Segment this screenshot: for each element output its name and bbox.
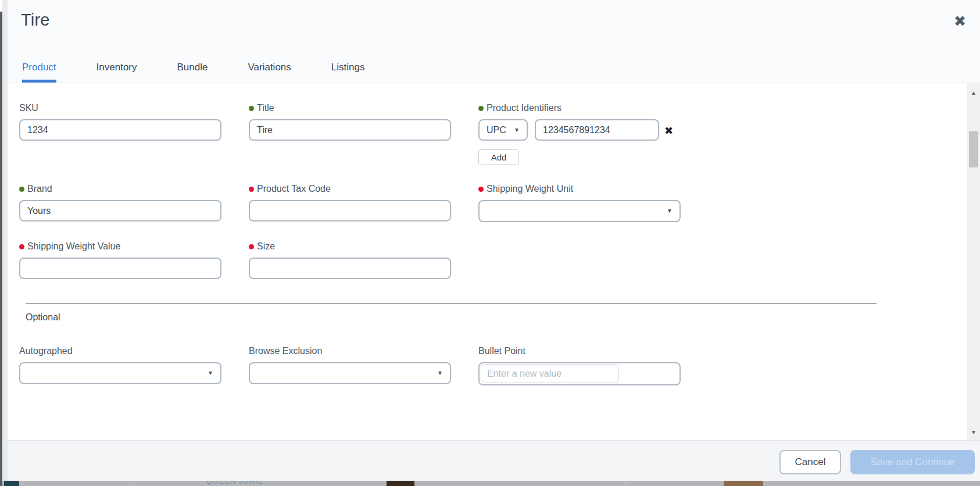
optional-section-label: Optional <box>26 312 60 323</box>
required-dot-icon <box>249 244 254 249</box>
identifier-type-select[interactable]: UPC ▼ <box>478 119 528 141</box>
scroll-up-icon[interactable]: ▲ <box>967 88 980 98</box>
tab-listings[interactable]: Listings <box>331 62 365 80</box>
field-sku: SKU <box>19 102 221 141</box>
shipping-weight-unit-label: Shipping Weight Unit <box>478 183 681 195</box>
modal-title: Tire <box>21 10 50 30</box>
autographed-select[interactable]: ▼ <box>19 362 221 384</box>
brand-input[interactable] <box>19 200 221 221</box>
shipping-weight-value-input[interactable] <box>19 258 221 279</box>
cancel-button[interactable]: Cancel <box>779 450 841 474</box>
field-product-identifiers: Product Identifiers UPC ▼ ✖ Add <box>478 102 688 141</box>
field-brand: Brand <box>19 183 221 221</box>
remove-identifier-icon[interactable]: ✖ <box>664 126 673 136</box>
bullet-point-input[interactable] <box>481 364 619 383</box>
background-column-divider <box>134 481 134 486</box>
browse-exclusion-select[interactable]: ▼ <box>249 362 451 384</box>
modal-header: Tire ✖ Product Inventory Bundle Variatio… <box>8 0 980 83</box>
background-row-text: QUEEN JUNIE <box>206 481 263 485</box>
tab-variations[interactable]: Variations <box>248 62 291 80</box>
recommended-dot-icon <box>19 187 24 192</box>
required-dot-icon <box>249 187 254 192</box>
identifier-value-input[interactable] <box>535 119 659 141</box>
section-divider <box>26 303 877 303</box>
size-label: Size <box>249 241 451 252</box>
chevron-down-icon: ▼ <box>667 208 673 214</box>
product-tax-code-label: Product Tax Code <box>249 183 451 195</box>
modal-footer: Cancel Save and Continue <box>8 440 980 481</box>
browse-exclusion-label: Browse Exclusion <box>249 345 451 357</box>
field-browse-exclusion: Browse Exclusion ▼ <box>249 345 451 384</box>
tab-inventory[interactable]: Inventory <box>96 62 137 80</box>
field-autographed: Autographed ▼ <box>19 345 221 384</box>
recommended-dot-icon <box>249 106 254 111</box>
title-input[interactable] <box>249 119 451 141</box>
autographed-label: Autographed <box>19 345 221 357</box>
vertical-scrollbar[interactable]: ▲ ▼ <box>967 83 980 440</box>
field-shipping-weight-value: Shipping Weight Value <box>19 241 221 279</box>
modal-scroll-area: SKU Title Product Identifiers UPC <box>8 83 980 440</box>
add-identifier-button[interactable]: Add <box>478 149 519 165</box>
product-edit-modal: Tire ✖ Product Inventory Bundle Variatio… <box>8 0 980 481</box>
size-input[interactable] <box>249 258 451 279</box>
shipping-weight-value-label: Shipping Weight Value <box>19 241 221 252</box>
save-and-continue-button[interactable]: Save and Continue <box>850 450 975 474</box>
tab-bundle[interactable]: Bundle <box>177 62 208 80</box>
chevron-down-icon: ▼ <box>208 370 213 376</box>
scrollbar-thumb[interactable] <box>969 131 978 167</box>
close-icon[interactable]: ✖ <box>954 14 966 28</box>
field-size: Size <box>249 241 451 279</box>
recommended-dot-icon <box>478 106 484 111</box>
tab-bar: Product Inventory Bundle Variations List… <box>22 62 364 80</box>
background-page-sliver: QUEEN JUNIE <box>2 481 980 486</box>
brand-label: Brand <box>19 183 221 195</box>
background-product-thumbnail <box>724 481 763 486</box>
background-product-thumbnail <box>387 481 414 486</box>
field-bullet-point: Bullet Point <box>478 345 681 385</box>
field-shipping-weight-unit: Shipping Weight Unit ▼ <box>478 183 681 222</box>
shipping-weight-unit-select[interactable]: ▼ <box>478 200 681 222</box>
required-dot-icon <box>478 187 484 192</box>
field-product-tax-code: Product Tax Code <box>249 183 451 221</box>
field-title: Title <box>249 102 451 141</box>
identifier-type-value: UPC <box>487 125 506 135</box>
scroll-down-icon[interactable]: ▼ <box>967 427 980 438</box>
product-identifiers-label: Product Identifiers <box>478 102 688 114</box>
required-dot-icon <box>19 244 24 249</box>
backdrop-gutter <box>2 0 8 486</box>
background-page-block <box>4 481 19 486</box>
title-label: Title <box>249 102 451 114</box>
bullet-point-tag-container <box>478 362 681 385</box>
tab-product[interactable]: Product <box>22 62 56 80</box>
product-tax-code-input[interactable] <box>249 200 451 221</box>
chevron-down-icon: ▼ <box>437 370 443 376</box>
bullet-point-label: Bullet Point <box>478 345 681 357</box>
chevron-down-icon: ▼ <box>514 127 520 133</box>
sku-input[interactable] <box>19 119 221 141</box>
sku-label: SKU <box>19 102 221 114</box>
background-column-divider <box>625 481 625 486</box>
screenshot-stage: Tire ✖ Product Inventory Bundle Variatio… <box>0 0 980 486</box>
